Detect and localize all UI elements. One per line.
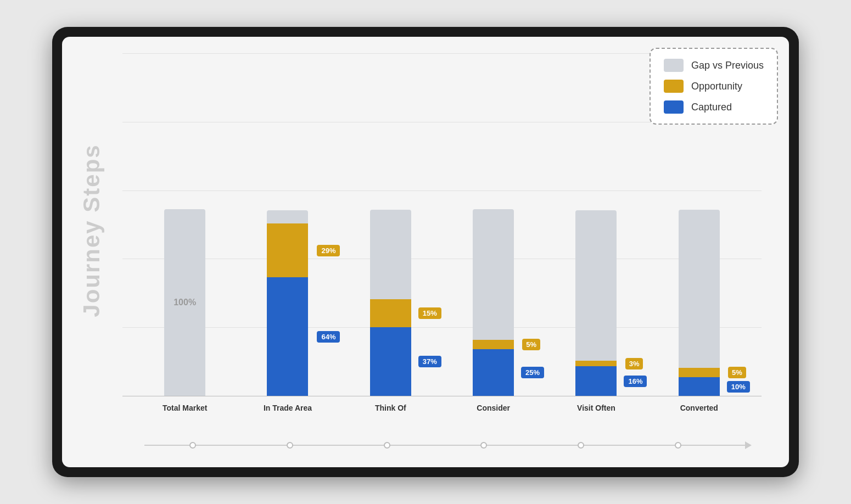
axis-dot-5 xyxy=(578,442,584,449)
opportunity-label: Opportunity xyxy=(691,81,742,92)
bar-segment-gap-vo xyxy=(575,210,617,361)
captured-swatch xyxy=(664,100,684,114)
bar-segment-captured-con: 25% xyxy=(473,349,514,396)
legend-box: Gap vs Previous Opportunity Captured xyxy=(650,48,778,125)
captured-pct-label-ita: 64% xyxy=(317,331,340,343)
captured-pct-label-to: 37% xyxy=(418,356,441,367)
captured-pct-label-cvt: 10% xyxy=(727,381,750,393)
captured-pct-label-con: 25% xyxy=(521,367,544,378)
y-axis-label: Journey Steps xyxy=(79,144,105,317)
bar-segment-captured-cvt: 10% xyxy=(679,377,720,396)
x-label-think-of: Think Of xyxy=(339,404,442,412)
axis-dot-6 xyxy=(675,442,681,449)
bar-segment-gap-ita xyxy=(267,210,308,223)
bar-group-visit-often: 3% 16% xyxy=(545,210,647,396)
bar-group-converted: 5% 10% xyxy=(648,210,751,396)
bar-group-consider: 5% 25% xyxy=(442,209,545,396)
axis-dot-4 xyxy=(480,442,487,449)
legend-item-opportunity: Opportunity xyxy=(664,80,764,93)
bar-segment-gap-con xyxy=(473,209,514,340)
bar-group-total-market: 100% xyxy=(133,209,236,396)
gap-pct-label-total-market: 100% xyxy=(173,298,196,307)
axis-dot-2 xyxy=(287,442,293,449)
bar-group-in-trade-area: 29% 64% xyxy=(236,210,339,396)
captured-pct-label-vo: 16% xyxy=(624,376,647,387)
device-screen: Gap vs Previous Opportunity Captured Jou… xyxy=(62,37,789,467)
opportunity-pct-label-to: 15% xyxy=(418,307,441,319)
bar-segment-gap-cvt xyxy=(679,210,720,368)
opportunity-pct-label-cvt: 5% xyxy=(728,367,746,378)
bar-stack-visit-often: 3% 16% xyxy=(575,210,617,396)
opportunity-pct-label-con: 5% xyxy=(522,339,540,350)
opportunity-pct-label-ita: 29% xyxy=(317,245,340,256)
axis-arrowhead xyxy=(745,441,752,449)
bar-segment-opportunity-to: 15% xyxy=(370,299,411,327)
opportunity-pct-label-vo: 3% xyxy=(625,358,643,369)
axis-dot-1 xyxy=(189,442,196,449)
axis-line xyxy=(144,445,751,446)
x-label-converted: Converted xyxy=(648,404,751,412)
bar-segment-opportunity-vo: 3% xyxy=(575,361,617,366)
bar-segment-captured-ita: 64% xyxy=(267,277,308,396)
axis-dot-3 xyxy=(384,442,390,449)
grid-line-bottom xyxy=(122,396,762,396)
x-label-total-market: Total Market xyxy=(133,404,236,412)
bar-segment-gap-to xyxy=(370,210,411,299)
bar-segment-gap-total-market: 100% xyxy=(164,209,205,396)
gap-label: Gap vs Previous xyxy=(691,60,764,71)
bar-group-think-of: 15% 37% xyxy=(339,210,442,396)
bar-segment-captured-vo: 16% xyxy=(575,366,617,396)
bar-segment-captured-to: 37% xyxy=(370,327,411,396)
opportunity-swatch xyxy=(664,80,684,93)
x-label-consider: Consider xyxy=(442,404,545,412)
x-axis-labels: Total Market In Trade Area Think Of Cons… xyxy=(122,404,762,412)
bar-segment-opportunity-con: 5% xyxy=(473,340,514,349)
bar-segment-opportunity-ita: 29% xyxy=(267,223,308,277)
axis-arrow-container xyxy=(144,440,751,451)
x-label-visit-often: Visit Often xyxy=(545,404,647,412)
bar-stack-in-trade-area: 29% 64% xyxy=(267,210,308,396)
legend-item-captured: Captured xyxy=(664,100,764,114)
bar-stack-consider: 5% 25% xyxy=(473,209,514,396)
bar-segment-opportunity-cvt: 5% xyxy=(679,368,720,377)
gap-swatch xyxy=(664,59,684,72)
bar-stack-converted: 5% 10% xyxy=(679,210,720,396)
bar-stack-think-of: 15% 37% xyxy=(370,210,411,396)
bar-stack-total-market: 100% xyxy=(164,209,205,396)
legend-item-gap: Gap vs Previous xyxy=(664,59,764,72)
captured-label-legend: Captured xyxy=(691,102,732,113)
bottom-axis xyxy=(144,440,751,451)
device-frame: Gap vs Previous Opportunity Captured Jou… xyxy=(52,27,799,477)
x-label-in-trade-area: In Trade Area xyxy=(236,404,339,412)
